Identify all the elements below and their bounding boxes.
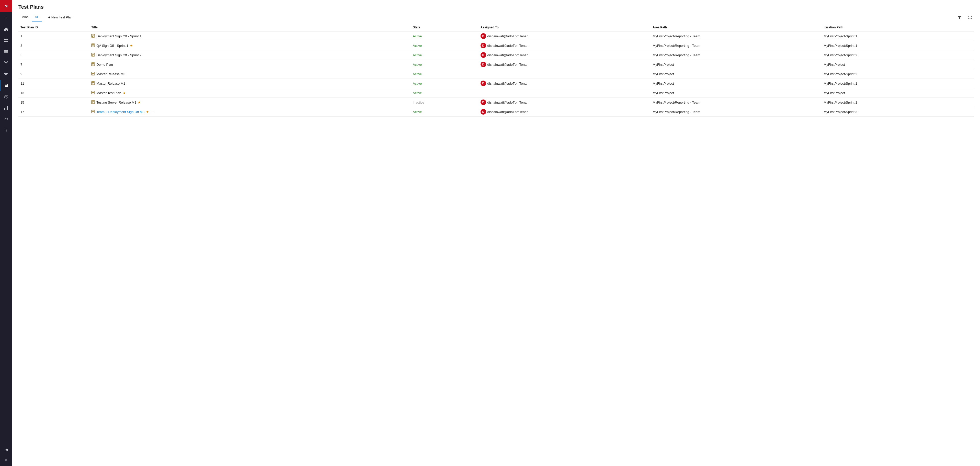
svg-rect-4 — [4, 50, 8, 51]
collapse-icon[interactable]: » — [0, 456, 12, 464]
plan-icon — [91, 43, 95, 48]
col-header-title: Title — [89, 24, 410, 32]
cell-title: Master Release M1 — [89, 79, 410, 88]
assigned-name: dishainwati@adoTpmTenan — [487, 81, 528, 85]
star-icon[interactable]: ★ — [146, 110, 149, 114]
title-link[interactable]: Team 2 Deployment Sign Off M3 — [96, 110, 145, 114]
col-header-iteration: Iteration Path — [821, 24, 974, 32]
svg-rect-2 — [4, 41, 6, 42]
plan-icon — [91, 110, 95, 114]
col-header-assigned: Assigned To — [479, 24, 651, 32]
cell-id: 13 — [18, 88, 89, 98]
settings-icon[interactable] — [0, 445, 12, 456]
page-title: Test Plans — [18, 4, 974, 10]
cell-state: Active — [411, 50, 479, 60]
avatar: D — [480, 109, 486, 115]
analytics-icon[interactable] — [0, 102, 12, 113]
cell-iteration-path: MyFirstProject\Sprint 2 — [821, 69, 974, 79]
table-row: 1Deployment Sign Off - Sprint 1ActiveDdi… — [18, 32, 974, 41]
star-icon[interactable]: ★ — [130, 44, 133, 48]
cell-assigned — [479, 69, 651, 79]
boards-icon[interactable] — [0, 35, 12, 46]
avatar: D — [480, 43, 486, 48]
cell-state: Active — [411, 79, 479, 88]
main-content: Test Plans Mine All + New Test Plan Test… — [12, 0, 980, 466]
cell-id: 7 — [18, 60, 89, 69]
svg-rect-13 — [6, 107, 6, 110]
user-avatar[interactable]: M — [0, 0, 12, 12]
assigned-name: dishainwati@adoTpmTenan — [487, 53, 528, 57]
avatar: D — [480, 62, 486, 67]
assigned-name: dishainwati@adoTpmTenan — [487, 34, 528, 38]
plan-icon — [91, 91, 95, 95]
cell-iteration-path: MyFirstProject\Sprint 1 — [821, 41, 974, 50]
plan-icon — [91, 62, 95, 67]
cell-iteration-path: MyFirstProject\Sprint 1 — [821, 98, 974, 107]
home-icon[interactable] — [0, 24, 12, 35]
more-actions-icon[interactable]: ··· — [151, 110, 154, 113]
add-icon[interactable]: ＋ — [0, 12, 12, 24]
cell-title: Master Test Plan★ — [89, 88, 410, 98]
cell-id: 1 — [18, 32, 89, 41]
title-text: Demo Plan — [96, 63, 113, 67]
plan-icon — [91, 81, 95, 86]
table-row: 17Team 2 Deployment Sign Off M3★···Activ… — [18, 107, 974, 116]
cell-title: Testing Server Release M1★ — [89, 98, 410, 107]
star-icon[interactable]: ★ — [123, 91, 126, 95]
title-text: Master Release M3 — [96, 72, 125, 76]
svg-rect-45 — [92, 93, 93, 93]
cell-state: Active — [411, 69, 479, 79]
svg-rect-33 — [92, 64, 93, 65]
table-row: 3QA Sign Off - Sprint 1★ActiveDdishainwa… — [18, 41, 974, 50]
page-header: Test Plans — [12, 0, 980, 13]
filter-button[interactable] — [955, 13, 964, 21]
cell-assigned: Ddishainwati@adoTpmTenan — [479, 41, 651, 50]
title-text: Deployment Sign Off - Sprint 2 — [96, 53, 142, 57]
cell-id: 3 — [18, 41, 89, 50]
svg-point-16 — [6, 130, 6, 131]
new-test-plan-button[interactable]: + New Test Plan — [46, 14, 75, 21]
cell-assigned — [479, 88, 651, 98]
extensions-icon[interactable] — [0, 113, 12, 125]
more-options-icon[interactable] — [0, 125, 12, 136]
cell-area-path: MyFirstProject\Reporting - Team — [651, 107, 821, 116]
cell-assigned: Ddishainwati@adoTpmTenan — [479, 79, 651, 88]
cell-id: 15 — [18, 98, 89, 107]
cell-id: 17 — [18, 107, 89, 116]
repos-icon[interactable] — [0, 57, 12, 69]
table-row: 5Deployment Sign Off - Sprint 2ActiveDdi… — [18, 50, 974, 60]
avatar: D — [480, 52, 486, 58]
fullscreen-button[interactable] — [966, 13, 974, 21]
tab-mine[interactable]: Mine — [18, 13, 32, 21]
cell-area-path: MyFirstProject\Reporting - Team — [651, 50, 821, 60]
tab-all[interactable]: All — [32, 13, 41, 21]
star-icon[interactable]: ★ — [138, 101, 141, 104]
svg-rect-47 — [92, 101, 94, 101]
assigned-name: dishainwati@adoTpmTenan — [487, 63, 528, 67]
cell-title: Master Release M3 — [89, 69, 410, 79]
svg-rect-3 — [6, 41, 8, 42]
assigned-name: dishainwati@adoTpmTenan — [487, 110, 528, 114]
cell-assigned: Ddishainwati@adoTpmTenan — [479, 32, 651, 41]
table-header-row: Test Plan ID Title State Assigned To Are… — [18, 24, 974, 32]
cell-area-path: MyFirstProject — [651, 79, 821, 88]
svg-rect-52 — [92, 111, 94, 112]
cell-iteration-path: MyFirstProject\Sprint 2 — [821, 50, 974, 60]
svg-rect-28 — [92, 54, 94, 55]
backlogs-icon[interactable] — [0, 46, 12, 57]
svg-rect-31 — [92, 63, 94, 64]
table-container: Test Plan ID Title State Assigned To Are… — [12, 24, 980, 466]
sidebar: M ＋ » — [0, 0, 12, 466]
cell-state: Active — [411, 107, 479, 116]
cell-iteration-path: MyFirstProject — [821, 88, 974, 98]
testplans-icon[interactable] — [0, 80, 12, 91]
pipelines-icon[interactable] — [0, 69, 12, 80]
artifacts-icon[interactable] — [0, 91, 12, 102]
cell-assigned: Ddishainwati@adoTpmTenan — [479, 60, 651, 69]
avatar: D — [480, 81, 486, 86]
assigned-name: dishainwati@adoTpmTenan — [487, 44, 528, 48]
plan-icon — [91, 53, 95, 57]
cell-area-path: MyFirstProject — [651, 60, 821, 69]
cell-state: Active — [411, 41, 479, 50]
cell-title: QA Sign Off - Sprint 1★ — [89, 41, 410, 50]
